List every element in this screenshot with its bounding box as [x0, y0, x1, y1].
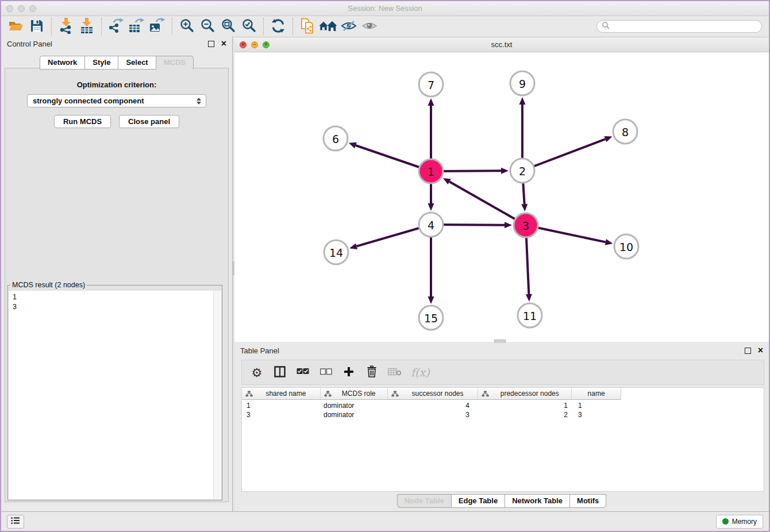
graph-edge-arrow-icon	[428, 296, 434, 304]
network-window-title: scc.txt	[234, 40, 769, 49]
export-image-button[interactable]	[147, 17, 168, 36]
open-folder-icon	[8, 19, 24, 34]
save-floppy-icon	[30, 19, 44, 34]
tab-network[interactable]: Network	[40, 56, 84, 70]
zoom-out-icon	[201, 18, 215, 34]
refresh-view-button[interactable]	[268, 17, 288, 36]
list-icon	[11, 516, 20, 526]
tree-icon	[391, 391, 399, 397]
node-table-header: shared name MCDS role successor nodes pr…	[242, 388, 621, 400]
network-close-icon[interactable]: ×	[240, 41, 247, 48]
search-input[interactable]	[613, 22, 757, 31]
mcds-result-lines[interactable]: 13	[9, 291, 214, 499]
table-row[interactable]: 1dominator411	[242, 401, 764, 410]
save-session-button[interactable]	[26, 17, 47, 36]
graph-node-label: 14	[329, 246, 343, 259]
right-area: × − + scc.txt 1234678910111415 Table Pan…	[234, 36, 769, 511]
export-image-icon	[149, 18, 165, 36]
network-maximize-icon[interactable]: +	[263, 41, 270, 48]
tab-node-table[interactable]: Node Table	[397, 494, 451, 508]
graph-edge-arrow-icon	[519, 97, 526, 105]
table-cell: 1	[572, 402, 621, 410]
function-builder-button[interactable]: f(x)	[411, 365, 430, 380]
close-window-icon[interactable]	[6, 5, 13, 12]
add-row-button[interactable]	[342, 365, 356, 380]
close-panel-icon[interactable]: ×	[221, 39, 226, 48]
graph-node-label: 3	[522, 219, 529, 232]
node-table: shared name MCDS role successor nodes pr…	[241, 387, 764, 492]
search-field[interactable]	[596, 20, 762, 33]
copy-network-button[interactable]	[297, 17, 318, 36]
tab-style[interactable]: Style	[84, 56, 118, 70]
graph-node-label: 6	[332, 133, 339, 145]
control-panel-title: Control Panel	[7, 40, 52, 48]
task-history-button[interactable]	[7, 515, 24, 529]
close-panel-button[interactable]: Close panel	[119, 115, 179, 128]
select-all-button[interactable]	[296, 365, 310, 380]
zoom-fit-button[interactable]	[218, 17, 238, 36]
export-table-button[interactable]	[126, 17, 147, 36]
column-header-predecessor-nodes[interactable]: predecessor nodes	[478, 388, 572, 399]
delete-table-button[interactable]	[388, 365, 402, 380]
application-window: Session: New Session	[0, 0, 770, 532]
criterion-dropdown[interactable]: strongly connected component	[27, 94, 206, 107]
copy-share-icon	[300, 18, 315, 36]
table-toolbar: ⚙ f(x)	[241, 360, 764, 385]
graph-edge-arrow-icon	[428, 203, 434, 211]
import-network-button[interactable]	[56, 17, 76, 36]
toolbar-separator	[101, 18, 102, 35]
result-scrollbar[interactable]	[213, 291, 221, 499]
tab-network-table[interactable]: Network Table	[505, 494, 569, 508]
memory-button[interactable]: Memory	[716, 515, 763, 529]
export-table-icon	[129, 18, 145, 36]
network-canvas[interactable]: 1234678910111415	[234, 52, 769, 342]
import-table-button[interactable]	[76, 17, 97, 36]
deselect-all-button[interactable]	[319, 365, 333, 380]
table-row[interactable]: 3dominator323	[242, 410, 764, 419]
table-cell: 1	[479, 402, 572, 410]
column-header-successor-nodes[interactable]: successor nodes	[388, 388, 479, 399]
maximize-window-icon[interactable]	[29, 5, 36, 12]
hide-panel-button[interactable]	[338, 17, 359, 36]
import-table-icon	[80, 18, 94, 36]
function-icon: f(x)	[411, 366, 430, 379]
tab-edge-table[interactable]: Edge Table	[451, 494, 505, 508]
show-columns-button[interactable]	[273, 365, 287, 380]
tab-mcds[interactable]: MCDS	[156, 56, 194, 70]
network-window: × − + scc.txt 1234678910111415	[234, 37, 769, 342]
tab-motifs[interactable]: Motifs	[569, 494, 606, 508]
column-settings-button[interactable]: ⚙	[250, 365, 264, 380]
graph-edge-2-8[interactable]	[522, 139, 605, 171]
refresh-icon	[271, 18, 286, 35]
zoom-selected-button[interactable]	[238, 17, 259, 36]
close-table-panel-icon[interactable]: ×	[758, 346, 763, 355]
home-layout-button[interactable]	[318, 17, 338, 36]
table-cell: 3	[242, 411, 321, 419]
network-minimize-icon[interactable]: −	[251, 41, 258, 48]
table-cell: 4	[388, 402, 479, 410]
tab-select[interactable]: Select	[118, 56, 155, 70]
column-header-shared-name[interactable]: shared name	[242, 388, 321, 399]
show-panel-button[interactable]	[359, 17, 380, 36]
control-panel: Control Panel × Network Style Select MCD…	[1, 36, 232, 511]
mcds-result-line: 1	[13, 292, 214, 302]
trash-icon	[367, 365, 377, 379]
graph-edge-3-1[interactable]	[449, 182, 526, 225]
graph-edge-arrow-icon	[501, 168, 509, 174]
float-table-panel-icon[interactable]	[745, 348, 751, 354]
columns-icon	[274, 366, 286, 379]
window-controls	[6, 5, 36, 12]
zoom-out-button[interactable]	[197, 17, 218, 36]
export-network-button[interactable]	[106, 17, 126, 36]
graph-node-label: 8	[622, 126, 629, 138]
float-panel-icon[interactable]	[208, 41, 214, 47]
zoom-in-button[interactable]	[176, 17, 197, 36]
column-header-mcds-role[interactable]: MCDS role	[321, 388, 388, 399]
column-header-name[interactable]: name	[572, 388, 621, 399]
open-file-button[interactable]	[6, 17, 26, 36]
run-mcds-button[interactable]: Run MCDS	[54, 115, 111, 128]
delete-row-button[interactable]	[365, 365, 379, 380]
graph-edge-arrow-icon	[349, 243, 357, 249]
graph-edge-arrow-icon	[604, 136, 612, 142]
minimize-window-icon[interactable]	[18, 5, 25, 12]
